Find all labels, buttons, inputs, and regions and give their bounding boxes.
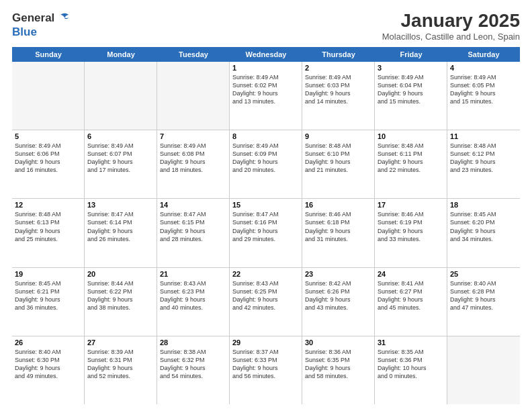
logo-bird-icon [56, 11, 71, 26]
day-number: 8 [232, 132, 299, 140]
day-cell-16: 16Sunrise: 8:46 AM Sunset: 6:18 PM Dayli… [302, 199, 375, 267]
day-number: 14 [160, 201, 226, 209]
day-number: 30 [305, 338, 371, 347]
day-number: 7 [160, 132, 226, 140]
day-cell-31: 31Sunrise: 8:35 AM Sunset: 6:36 PM Dayli… [375, 336, 447, 404]
day-info: Sunrise: 8:41 AM Sunset: 6:27 PM Dayligh… [378, 279, 444, 312]
day-number: 9 [305, 132, 371, 140]
weekday-header-wednesday: Wednesday [230, 47, 302, 62]
day-cell-9: 9Sunrise: 8:48 AM Sunset: 6:10 PM Daylig… [302, 130, 375, 198]
day-cell-13: 13Sunrise: 8:47 AM Sunset: 6:14 PM Dayli… [85, 199, 157, 267]
day-info: Sunrise: 8:47 AM Sunset: 6:14 PM Dayligh… [87, 210, 154, 243]
day-info: Sunrise: 8:43 AM Sunset: 6:23 PM Dayligh… [160, 279, 226, 312]
day-cell-6: 6Sunrise: 8:49 AM Sunset: 6:07 PM Daylig… [85, 130, 157, 198]
day-info: Sunrise: 8:40 AM Sunset: 6:28 PM Dayligh… [450, 279, 517, 312]
day-cell-11: 11Sunrise: 8:48 AM Sunset: 6:12 PM Dayli… [447, 130, 520, 198]
day-info: Sunrise: 8:45 AM Sunset: 6:21 PM Dayligh… [15, 279, 81, 312]
day-cell-3: 3Sunrise: 8:49 AM Sunset: 6:04 PM Daylig… [375, 62, 447, 130]
day-number: 15 [232, 201, 299, 209]
day-info: Sunrise: 8:40 AM Sunset: 6:30 PM Dayligh… [15, 348, 81, 381]
day-info: Sunrise: 8:37 AM Sunset: 6:33 PM Dayligh… [232, 348, 299, 381]
day-cell-4: 4Sunrise: 8:49 AM Sunset: 6:05 PM Daylig… [447, 62, 520, 130]
location-subtitle: Molacillos, Castille and Leon, Spain [382, 32, 520, 42]
day-info: Sunrise: 8:48 AM Sunset: 6:10 PM Dayligh… [305, 142, 371, 175]
day-info: Sunrise: 8:46 AM Sunset: 6:19 PM Dayligh… [378, 210, 444, 243]
month-title: January 2025 [382, 11, 520, 32]
day-info: Sunrise: 8:49 AM Sunset: 6:07 PM Dayligh… [87, 142, 154, 175]
logo-blue-text: Blue [12, 26, 37, 38]
day-number: 29 [232, 338, 299, 347]
day-cell-15: 15Sunrise: 8:47 AM Sunset: 6:16 PM Dayli… [230, 199, 302, 267]
day-number: 1 [232, 64, 299, 72]
day-info: Sunrise: 8:47 AM Sunset: 6:16 PM Dayligh… [232, 210, 299, 243]
weekday-header-tuesday: Tuesday [157, 47, 230, 62]
day-number: 25 [450, 270, 517, 278]
calendar-row-4: 26Sunrise: 8:40 AM Sunset: 6:30 PM Dayli… [12, 336, 520, 404]
day-cell-29: 29Sunrise: 8:37 AM Sunset: 6:33 PM Dayli… [230, 336, 302, 404]
day-cell-22: 22Sunrise: 8:43 AM Sunset: 6:25 PM Dayli… [230, 268, 302, 336]
day-cell-25: 25Sunrise: 8:40 AM Sunset: 6:28 PM Dayli… [447, 268, 520, 336]
calendar-header: SundayMondayTuesdayWednesdayThursdayFrid… [12, 47, 520, 62]
day-number: 17 [378, 201, 444, 209]
day-number: 21 [160, 270, 226, 278]
day-info: Sunrise: 8:48 AM Sunset: 6:13 PM Dayligh… [15, 210, 81, 243]
day-info: Sunrise: 8:46 AM Sunset: 6:18 PM Dayligh… [305, 210, 371, 243]
day-info: Sunrise: 8:49 AM Sunset: 6:03 PM Dayligh… [305, 73, 371, 106]
logo: General Blue [12, 11, 71, 39]
header: General Blue January 2025 Molacillos, Ca… [12, 11, 520, 42]
weekday-header-monday: Monday [85, 47, 157, 62]
day-info: Sunrise: 8:49 AM Sunset: 6:06 PM Dayligh… [15, 142, 81, 175]
day-cell-5: 5Sunrise: 8:49 AM Sunset: 6:06 PM Daylig… [12, 130, 85, 198]
day-number: 28 [160, 338, 226, 347]
calendar-row-0: 1Sunrise: 8:49 AM Sunset: 6:02 PM Daylig… [12, 62, 520, 130]
day-number: 11 [450, 132, 517, 140]
day-number: 10 [378, 132, 444, 140]
day-cell-10: 10Sunrise: 8:48 AM Sunset: 6:11 PM Dayli… [375, 130, 447, 198]
weekday-header-sunday: Sunday [12, 47, 85, 62]
day-cell-19: 19Sunrise: 8:45 AM Sunset: 6:21 PM Dayli… [12, 268, 85, 336]
day-cell-21: 21Sunrise: 8:43 AM Sunset: 6:23 PM Dayli… [157, 268, 230, 336]
day-info: Sunrise: 8:44 AM Sunset: 6:22 PM Dayligh… [87, 279, 154, 312]
day-number: 12 [15, 201, 81, 209]
day-cell-8: 8Sunrise: 8:49 AM Sunset: 6:09 PM Daylig… [230, 130, 302, 198]
day-info: Sunrise: 8:43 AM Sunset: 6:25 PM Dayligh… [232, 279, 299, 312]
day-number: 6 [87, 132, 154, 140]
calendar-row-3: 19Sunrise: 8:45 AM Sunset: 6:21 PM Dayli… [12, 268, 520, 336]
day-cell-17: 17Sunrise: 8:46 AM Sunset: 6:19 PM Dayli… [375, 199, 447, 267]
day-number: 24 [378, 270, 444, 278]
day-number: 3 [378, 64, 444, 72]
day-info: Sunrise: 8:38 AM Sunset: 6:32 PM Dayligh… [160, 348, 226, 381]
day-cell-2: 2Sunrise: 8:49 AM Sunset: 6:03 PM Daylig… [302, 62, 375, 130]
empty-cell [447, 336, 520, 404]
day-number: 2 [305, 64, 371, 72]
day-cell-26: 26Sunrise: 8:40 AM Sunset: 6:30 PM Dayli… [12, 336, 85, 404]
calendar-row-1: 5Sunrise: 8:49 AM Sunset: 6:06 PM Daylig… [12, 130, 520, 199]
day-info: Sunrise: 8:49 AM Sunset: 6:09 PM Dayligh… [232, 142, 299, 175]
empty-cell [157, 62, 230, 130]
day-number: 22 [232, 270, 299, 278]
day-info: Sunrise: 8:45 AM Sunset: 6:20 PM Dayligh… [450, 210, 517, 243]
day-cell-12: 12Sunrise: 8:48 AM Sunset: 6:13 PM Dayli… [12, 199, 85, 267]
weekday-header-thursday: Thursday [302, 47, 375, 62]
day-info: Sunrise: 8:49 AM Sunset: 6:02 PM Dayligh… [232, 73, 299, 106]
day-number: 23 [305, 270, 371, 278]
empty-cell [85, 62, 157, 130]
title-block: January 2025 Molacillos, Castille and Le… [382, 11, 520, 42]
day-cell-20: 20Sunrise: 8:44 AM Sunset: 6:22 PM Dayli… [85, 268, 157, 336]
calendar: SundayMondayTuesdayWednesdayThursdayFrid… [12, 47, 520, 404]
day-cell-7: 7Sunrise: 8:49 AM Sunset: 6:08 PM Daylig… [157, 130, 230, 198]
day-number: 27 [87, 338, 154, 347]
day-info: Sunrise: 8:48 AM Sunset: 6:11 PM Dayligh… [378, 142, 444, 175]
day-cell-28: 28Sunrise: 8:38 AM Sunset: 6:32 PM Dayli… [157, 336, 230, 404]
day-info: Sunrise: 8:49 AM Sunset: 6:05 PM Dayligh… [450, 73, 517, 106]
day-cell-14: 14Sunrise: 8:47 AM Sunset: 6:15 PM Dayli… [157, 199, 230, 267]
day-cell-27: 27Sunrise: 8:39 AM Sunset: 6:31 PM Dayli… [85, 336, 157, 404]
day-number: 31 [378, 338, 444, 347]
day-info: Sunrise: 8:48 AM Sunset: 6:12 PM Dayligh… [450, 142, 517, 175]
logo-general-text: General [12, 11, 54, 25]
weekday-header-saturday: Saturday [447, 47, 520, 62]
day-number: 4 [450, 64, 517, 72]
day-info: Sunrise: 8:35 AM Sunset: 6:36 PM Dayligh… [378, 348, 444, 381]
day-number: 19 [15, 270, 81, 278]
day-cell-23: 23Sunrise: 8:42 AM Sunset: 6:26 PM Dayli… [302, 268, 375, 336]
